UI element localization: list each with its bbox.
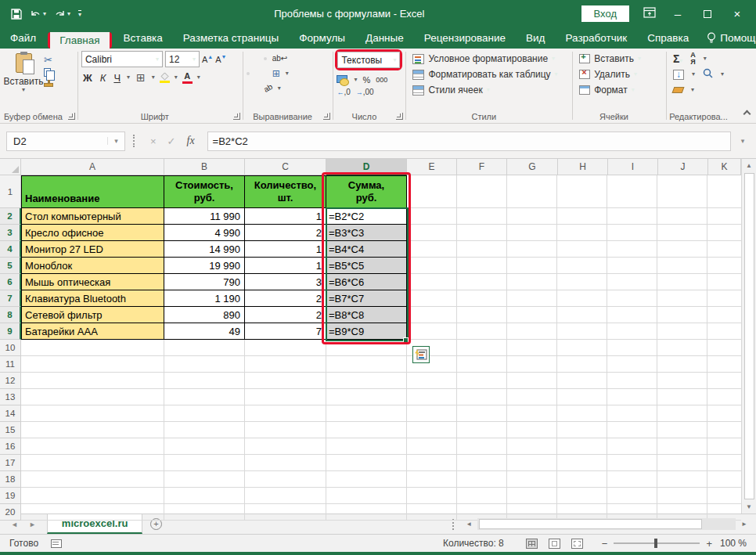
maximize-button[interactable] [700,7,715,20]
row-header-15[interactable]: 15 [0,422,21,438]
cell-B20[interactable] [164,504,245,521]
zoom-out-button[interactable]: − [602,538,608,550]
find-select-button[interactable] [703,67,713,81]
row-header-9[interactable]: 9 [0,323,21,340]
macro-record-icon[interactable] [51,539,62,548]
cell-D16[interactable] [326,438,407,455]
empty-cells-area[interactable] [407,422,741,438]
next-sheet-icon[interactable]: ► [29,521,36,528]
cell-D5[interactable]: =B5*C5 [326,258,407,274]
col-header-H[interactable]: H [558,159,608,175]
cell-B4[interactable]: 14 990 [164,241,245,258]
align-bottom-button[interactable] [264,57,267,60]
enter-entry-button[interactable]: ✓ [167,135,176,147]
tell-me-button[interactable]: Помощн [699,29,756,49]
save-icon[interactable] [11,9,22,20]
row-header-18[interactable]: 18 [0,471,21,488]
borders-dropdown-icon[interactable]: ▾ [152,74,155,81]
cell-D20[interactable] [326,504,407,521]
cell-A13[interactable] [21,389,164,405]
accounting-format-icon[interactable] [337,75,348,85]
insert-function-button[interactable]: fx [187,135,195,147]
name-box[interactable]: D2 ▾ [6,132,125,151]
cell-D2[interactable]: =B2*C2 [326,208,407,225]
sort-filter-button[interactable]: АЯ [690,52,696,66]
ribbon-display-options-icon[interactable] [643,7,656,21]
copy-button[interactable]: ▾ [44,68,56,77]
accounting-dropdown-icon[interactable]: ▾ [354,77,357,83]
row-header-20[interactable]: 20 [0,504,21,521]
empty-cells-area[interactable] [407,438,741,455]
cell-B6[interactable]: 790 [164,274,245,290]
row-header-14[interactable]: 14 [0,405,21,422]
col-header-C[interactable]: C [245,159,326,175]
col-header-E[interactable]: E [407,159,457,175]
insert-cells-button[interactable]: Вставить▾ [579,51,663,67]
cell-B7[interactable]: 1 190 [164,290,245,307]
page-layout-view-button[interactable] [549,539,560,549]
empty-cells-area[interactable] [407,307,741,323]
empty-cells-area[interactable] [407,488,741,504]
empty-cells-area[interactable] [407,274,741,290]
customize-qat-button[interactable]: ▾ [78,10,81,18]
sign-in-button[interactable]: Вход [581,5,629,22]
scroll-up-icon[interactable]: ▲ [746,159,752,172]
cell-D9[interactable]: =B9*C9 [326,323,407,340]
collapse-ribbon-icon[interactable] [743,110,751,118]
find-dropdown-icon[interactable]: ▾ [721,71,724,77]
format-cells-button[interactable]: Формат▾ [579,82,663,98]
empty-cells-area[interactable] [407,208,741,225]
cell-D8[interactable]: =B8*C8 [326,307,407,323]
grow-font-button[interactable]: А▲ [202,54,213,64]
tab-insert[interactable]: Вставка [113,29,173,49]
cell-D1[interactable]: Сумма, руб. [326,175,407,208]
align-top-button[interactable] [247,57,250,60]
col-header-K[interactable]: K [708,159,741,175]
cell-A12[interactable] [21,373,164,389]
empty-cells-area[interactable] [407,389,741,405]
row-header-6[interactable]: 6 [0,274,21,290]
empty-cells-area[interactable] [407,241,741,258]
col-header-B[interactable]: B [164,159,245,175]
cell-C6[interactable]: 3 [245,274,326,290]
cell-A4[interactable]: Монитор 27 LED [21,241,164,258]
cell-B17[interactable] [164,455,245,471]
decrease-indent-button[interactable] [247,87,250,90]
increase-indent-button[interactable] [255,87,258,90]
row-header-8[interactable]: 8 [0,307,21,323]
paste-dropdown-icon[interactable]: ▾ [22,87,25,93]
increase-decimal-button[interactable]: ←,0 [337,88,350,96]
col-header-G[interactable]: G [507,159,558,175]
cell-C9[interactable]: 7 [245,323,326,340]
row-header-16[interactable]: 16 [0,438,21,455]
borders-button[interactable]: ⊞ [135,71,147,84]
row-header-4[interactable]: 4 [0,241,21,258]
italic-button[interactable]: К [99,72,108,84]
row-header-3[interactable]: 3 [0,225,21,241]
cell-D19[interactable] [326,488,407,504]
cell-A18[interactable] [21,471,164,488]
cell-B3[interactable]: 4 990 [164,225,245,241]
cell-A15[interactable] [21,422,164,438]
cell-C5[interactable]: 1 [245,258,326,274]
zoom-slider[interactable] [614,542,700,544]
row-header-11[interactable]: 11 [0,356,21,373]
zoom-slider-handle[interactable] [654,539,657,548]
cell-B9[interactable]: 49 [164,323,245,340]
format-painter-icon[interactable] [44,83,53,87]
cell-A9[interactable]: Батарейки AAA [21,323,164,340]
col-header-I[interactable]: I [608,159,658,175]
row-header-7[interactable]: 7 [0,290,21,307]
cell-D18[interactable] [326,471,407,488]
cell-B5[interactable]: 19 990 [164,258,245,274]
cell-B2[interactable]: 11 990 [164,208,245,225]
wrap-text-button[interactable]: ab↩ [272,54,288,63]
cell-A11[interactable] [21,356,164,373]
decrease-decimal-button[interactable]: →,00 [356,88,374,96]
selection-fill-handle[interactable] [403,337,409,343]
format-as-table-button[interactable]: Форматировать как таблицу▾ [412,67,569,82]
cell-A3[interactable]: Кресло офисное [21,225,164,241]
cell-C19[interactable] [245,488,326,504]
cell-C14[interactable] [245,405,326,422]
cell-D6[interactable]: =B6*C6 [326,274,407,290]
